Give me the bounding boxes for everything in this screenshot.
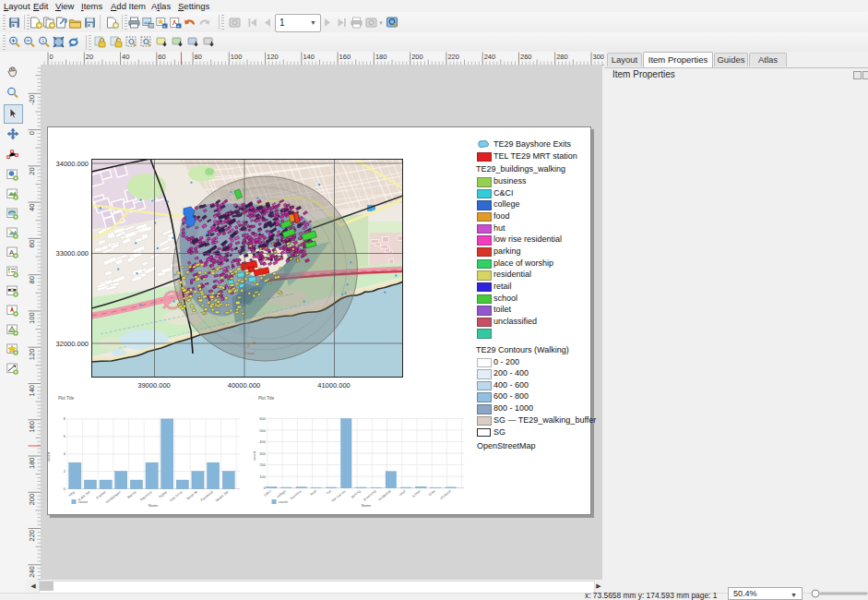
svg-text:240: 240	[28, 566, 36, 578]
svg-text:220: 220	[28, 530, 36, 542]
svg-text:0: 0	[64, 486, 66, 491]
svg-text:80: 80	[195, 53, 202, 61]
svg-text:pl worship: pl worship	[363, 489, 376, 501]
svg-text:0: 0	[28, 131, 36, 135]
svg-text:toilet: toilet	[428, 489, 435, 497]
svg-text:business: business	[290, 489, 303, 500]
svg-text:Name: Name	[149, 503, 159, 508]
svg-text:parking: parking	[351, 489, 362, 498]
svg-text:120: 120	[28, 349, 36, 361]
svg-text:Bedok Sth: Bedok Sth	[215, 490, 230, 502]
svg-text:hut: hut	[326, 489, 331, 495]
svg-text:college: college	[276, 489, 286, 498]
svg-text:280: 280	[556, 53, 568, 61]
svg-text:240: 240	[484, 53, 496, 61]
svg-text:count: count	[279, 499, 289, 504]
svg-text:unclassif: unclassif	[439, 489, 451, 500]
svg-text:Kembangan: Kembangan	[105, 490, 122, 504]
svg-text:school: school	[411, 489, 422, 498]
svg-text:residential: residential	[377, 489, 392, 501]
svg-text:low rise res: low rise res	[331, 489, 347, 502]
svg-text:Bayshore: Bayshore	[139, 490, 152, 502]
svg-text:6: 6	[64, 434, 66, 438]
svg-text:Tanah M: Tanah M	[185, 490, 197, 501]
svg-text:T marit: T marit	[244, 352, 255, 355]
svg-text:Siglap: Siglap	[158, 490, 167, 498]
svg-text:100: 100	[259, 474, 266, 479]
svg-text:120: 120	[267, 53, 279, 61]
svg-text:20: 20	[28, 167, 36, 174]
svg-text:300: 300	[259, 451, 266, 456]
svg-text:140: 140	[28, 385, 36, 397]
svg-text:retail: retail	[398, 489, 407, 497]
svg-text:140: 140	[303, 53, 315, 61]
svg-text:Kew Drive: Kew Drive	[169, 490, 183, 502]
svg-text:40: 40	[28, 204, 36, 211]
svg-text:20: 20	[86, 53, 93, 61]
svg-text:160: 160	[339, 53, 351, 61]
svg-text:count: count	[46, 451, 51, 462]
svg-text:200: 200	[259, 462, 266, 467]
svg-text:C&CI: C&CI	[263, 489, 271, 497]
svg-text:Eastwood: Eastwood	[200, 490, 214, 502]
svg-text:4: 4	[64, 451, 66, 456]
svg-text:count: count	[78, 499, 89, 504]
svg-text:Marine: Marine	[126, 490, 137, 499]
svg-text:-20: -20	[28, 95, 36, 105]
svg-text:60: 60	[28, 240, 36, 247]
svg-text:300: 300	[593, 53, 605, 61]
svg-text:200: 200	[28, 494, 36, 506]
svg-text:200: 200	[411, 53, 423, 61]
svg-text:160: 160	[28, 421, 36, 433]
svg-text:Haig: Haig	[67, 490, 75, 498]
svg-text:Plot Title: Plot Title	[258, 396, 275, 401]
svg-text:100: 100	[231, 53, 243, 61]
svg-text:Plot Title: Plot Title	[58, 396, 75, 401]
svg-text:food: food	[310, 489, 317, 496]
svg-text:100: 100	[28, 312, 36, 324]
svg-text:2: 2	[64, 469, 66, 474]
svg-text:400: 400	[259, 439, 266, 444]
svg-text:80: 80	[28, 276, 36, 283]
svg-text:40: 40	[122, 53, 129, 61]
svg-text:220: 220	[447, 53, 459, 61]
svg-text:180: 180	[375, 53, 387, 61]
svg-text:8: 8	[64, 416, 66, 421]
svg-text:count: count	[254, 450, 256, 461]
svg-text:Frankel: Frankel	[96, 490, 107, 500]
svg-text:60: 60	[158, 53, 165, 61]
svg-text:500: 500	[259, 428, 266, 433]
svg-text:600: 600	[259, 416, 266, 421]
svg-text:0: 0	[50, 53, 54, 61]
svg-text:260: 260	[520, 53, 532, 61]
svg-text:180: 180	[28, 458, 36, 470]
svg-text:Name: Name	[362, 503, 372, 508]
